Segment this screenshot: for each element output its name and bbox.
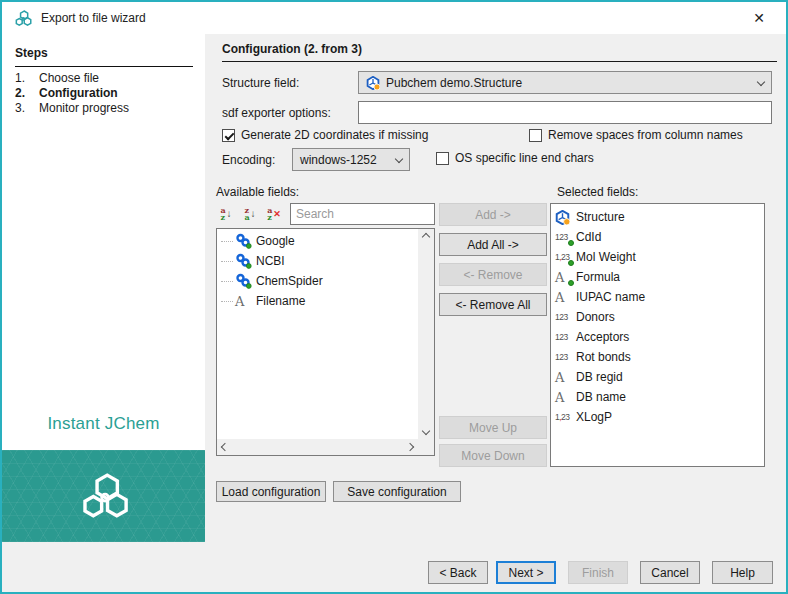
key-dot-icon — [568, 240, 574, 246]
url-link-icon — [235, 252, 256, 270]
load-configuration-button[interactable]: Load configuration — [216, 481, 326, 502]
field-label: Formula — [576, 270, 620, 284]
remove-button[interactable]: <- Remove — [439, 263, 547, 286]
generate-2d-option[interactable]: Generate 2D coordinates if missing — [222, 128, 428, 142]
field-label: DB regid — [576, 370, 623, 384]
tree-connector — [221, 301, 233, 302]
key-dot-icon — [568, 260, 574, 266]
list-item[interactable]: 123CdId — [551, 227, 764, 247]
field-label: Mol Weight — [576, 250, 636, 264]
list-item[interactable]: AFormula — [551, 267, 764, 287]
encoding-dropdown[interactable]: windows-1252 — [292, 148, 410, 171]
next-button[interactable]: Next > — [496, 561, 556, 584]
generate-2d-checkbox[interactable] — [222, 129, 235, 142]
arrow-down-icon: ↓ — [227, 209, 232, 219]
selected-fields-list[interactable]: Structure123CdId1,23Mol WeightAFormulaAI… — [550, 203, 765, 467]
list-item[interactable]: AIUPAC name — [551, 287, 764, 307]
generate-2d-label: Generate 2D coordinates if missing — [241, 128, 428, 142]
cancel-button[interactable]: Cancel — [640, 561, 700, 584]
scroll-right-icon[interactable] — [406, 443, 414, 451]
list-item[interactable]: 1,23Mol Weight — [551, 247, 764, 267]
field-label: Rot bonds — [576, 350, 631, 364]
list-item[interactable]: ADB name — [551, 387, 764, 407]
key-dot-icon — [568, 280, 574, 286]
move-down-button[interactable]: Move Down — [439, 444, 547, 467]
list-item[interactable]: AFilename — [217, 291, 418, 311]
structure-field-value: Pubchem demo.Structure — [386, 76, 522, 90]
decimal-key-icon: 1,23 — [555, 248, 576, 266]
list-item[interactable]: 123Rot bonds — [551, 347, 764, 367]
os-line-end-option[interactable]: OS specific line end chars — [436, 151, 594, 165]
list-item[interactable]: 123Donors — [551, 307, 764, 327]
tree-connector — [221, 261, 233, 262]
step-item: 1.Choose file — [15, 71, 195, 86]
structure-field-dropdown[interactable]: Pubchem demo.Structure — [358, 71, 772, 94]
scroll-down-icon[interactable] — [422, 427, 430, 435]
list-item[interactable]: Google — [217, 231, 418, 251]
horizontal-scrollbar[interactable] — [217, 439, 418, 455]
sdf-options-label: sdf exporter options: — [222, 106, 331, 120]
text-field-icon: A — [235, 292, 256, 310]
selected-fields-label: Selected fields: — [557, 185, 638, 199]
step-label: Configuration — [39, 86, 118, 101]
available-rows: GoogleNCBIChemSpiderAFilename — [217, 231, 418, 439]
encoding-label: Encoding: — [222, 153, 275, 167]
tree-connector — [221, 281, 233, 282]
scroll-left-icon[interactable] — [221, 443, 229, 451]
move-up-button[interactable]: Move Up — [439, 416, 547, 439]
integer-icon: 123 — [555, 348, 576, 366]
back-button[interactable]: < Back — [428, 561, 488, 584]
integer-key-icon: 123 — [555, 228, 576, 246]
step-label: Choose file — [39, 71, 99, 86]
sort-ascending-icon: az — [220, 207, 225, 221]
field-label: ChemSpider — [256, 274, 323, 288]
scroll-up-icon[interactable] — [422, 233, 430, 241]
integer-icon: 123 — [555, 328, 576, 346]
remove-spaces-checkbox[interactable] — [529, 129, 542, 142]
vertical-scrollbar[interactable] — [418, 229, 434, 439]
page-title: Configuration (2. from 3) — [222, 42, 777, 62]
remove-spaces-label: Remove spaces from column names — [548, 128, 743, 142]
sort-ascending-button[interactable]: az↓ — [216, 204, 236, 224]
list-item[interactable]: Structure — [551, 207, 764, 227]
url-link-icon — [235, 272, 256, 290]
list-item[interactable]: 123Acceptors — [551, 327, 764, 347]
arrow-down-icon: ↓ — [251, 209, 256, 219]
close-button[interactable]: ✕ — [742, 6, 776, 30]
search-input[interactable] — [290, 203, 435, 225]
os-line-end-label: OS specific line end chars — [455, 151, 594, 165]
sdf-options-input[interactable] — [358, 101, 772, 124]
integer-icon: 123 — [555, 308, 576, 326]
step-item: 2.Configuration — [15, 86, 195, 101]
chevron-down-icon — [757, 77, 765, 85]
list-item[interactable]: ADB regid — [551, 367, 764, 387]
structure-field-label: Structure field: — [222, 76, 299, 90]
brand-banner — [2, 450, 205, 542]
text-field-icon: A — [555, 368, 576, 386]
sort-clear-button[interactable]: az✕ — [264, 204, 284, 224]
field-label: CdId — [576, 230, 601, 244]
scrollbar-corner — [418, 439, 434, 455]
text-key-icon: A — [555, 268, 576, 286]
field-label: Structure — [576, 210, 625, 224]
list-item[interactable]: ChemSpider — [217, 271, 418, 291]
steps-heading: Steps — [15, 46, 193, 67]
text-field-icon: A — [555, 288, 576, 306]
list-item[interactable]: 1,23XLogP — [551, 407, 764, 427]
os-line-end-checkbox[interactable] — [436, 152, 449, 165]
add-button[interactable]: Add -> — [439, 203, 547, 226]
remove-all-button[interactable]: <- Remove All — [439, 293, 547, 316]
step-label: Monitor progress — [39, 101, 129, 116]
step-item: 3.Monitor progress — [15, 101, 195, 116]
add-all-button[interactable]: Add All -> — [439, 233, 547, 256]
sort-descending-button[interactable]: za↓ — [240, 204, 260, 224]
remove-spaces-option[interactable]: Remove spaces from column names — [529, 128, 743, 142]
sort-descending-icon: za — [244, 207, 249, 221]
list-item[interactable]: NCBI — [217, 251, 418, 271]
help-button[interactable]: Help — [712, 561, 773, 584]
field-label: Acceptors — [576, 330, 629, 344]
brand-text: Instant JChem — [2, 414, 205, 434]
available-fields-list[interactable]: GoogleNCBIChemSpiderAFilename — [216, 228, 435, 456]
finish-button[interactable]: Finish — [568, 561, 628, 584]
save-configuration-button[interactable]: Save configuration — [333, 481, 461, 502]
